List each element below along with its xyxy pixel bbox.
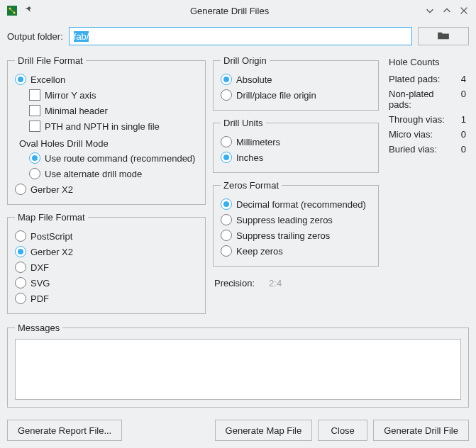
checkbox-icon [29,89,40,101]
radio-icon [221,198,232,210]
radio-label: Gerber X2 [31,247,73,257]
check-mirror-y[interactable]: Mirror Y axis [29,87,198,103]
radio-icon [221,230,232,241]
radio-excellon[interactable]: Excellon [15,72,198,87]
folder-icon [437,30,450,43]
radio-icon [29,152,40,164]
hc-label: Micro vias: [389,129,433,140]
radio-alternate-drill[interactable]: Use alternate drill mode [29,166,198,181]
generate-report-button[interactable]: Generate Report File... [7,420,122,441]
check-pth-npth[interactable]: PTH and NPTH in single file [29,118,198,134]
drill-units-legend: Drill Units [221,118,266,128]
radio-svg[interactable]: SVG [15,275,198,291]
map-file-format-legend: Map File Format [15,212,88,223]
radio-place-origin[interactable]: Drill/place file origin [221,87,371,103]
precision-row: Precision: 2:4 [213,274,379,289]
window-title: Generate Drill Files [190,6,269,16]
close-icon[interactable] [458,4,470,17]
hc-value: 4 [453,74,466,84]
browse-button[interactable] [418,27,469,45]
radio-suppress-leading[interactable]: Suppress leading zeros [221,212,371,228]
radio-icon [15,246,26,257]
hc-value: 0 [453,129,466,140]
radio-label: Gerber X2 [31,184,73,195]
radio-label: Millimeters [236,137,280,147]
precision-label: Precision: [214,278,255,289]
check-minimal-header[interactable]: Minimal header [29,103,198,118]
hc-label: Buried vias: [389,144,437,155]
button-label: Generate Report File... [18,425,111,436]
radio-suppress-trailing[interactable]: Suppress trailing zeros [221,228,371,243]
hc-label: Through vias: [389,114,445,125]
radio-icon [221,245,232,257]
radio-label: Decimal format (recommended) [236,199,366,210]
drill-origin-group: Drill Origin Absolute Drill/place file o… [213,55,379,111]
radio-inches[interactable]: Inches [221,150,371,165]
radio-gerber-x2-map[interactable]: Gerber X2 [15,244,198,259]
radio-label: PDF [31,293,49,304]
map-file-format-group: Map File Format PostScript Gerber X2 DXF… [7,212,206,314]
hole-count-buried: Buried vias: 0 [389,142,466,157]
radio-icon [221,214,232,225]
output-folder-label: Output folder: [7,31,63,42]
radio-icon [221,74,232,85]
radio-label: Absolute [236,74,272,85]
precision-value: 2:4 [269,278,282,289]
drill-file-format-group: Drill File Format Excellon Mirror Y axis… [7,55,206,205]
drill-file-format-legend: Drill File Format [15,55,86,66]
radio-icon [15,74,26,85]
generate-drill-button[interactable]: Generate Drill File [373,420,469,441]
radio-label: PostScript [31,231,72,242]
hc-value: 1 [453,114,466,125]
radio-icon [221,89,232,101]
radio-absolute[interactable]: Absolute [221,72,371,87]
messages-textarea[interactable] [15,339,461,400]
radio-icon [221,136,232,147]
radio-label: Excellon [31,74,65,85]
radio-label: DXF [31,262,49,273]
radio-keep-zeros[interactable]: Keep zeros [221,243,371,259]
zeros-format-legend: Zeros Format [221,180,282,191]
hole-count-plated: Plated pads: 4 [389,72,466,86]
hole-counts-legend: Hole Counts [389,57,466,67]
hole-count-nonplated: Non-plated pads: 0 [389,86,466,112]
radio-label: Suppress leading zeros [236,215,333,225]
dialog-button-row: Generate Report File... Generate Map Fil… [0,413,476,448]
generate-map-button[interactable]: Generate Map File [215,420,313,441]
radio-gerber-x2-drill[interactable]: Gerber X2 [15,181,198,197]
maximize-icon[interactable] [441,4,453,17]
radio-pdf[interactable]: PDF [15,291,198,306]
titlebar: Generate Drill Files [0,0,476,21]
close-button[interactable]: Close [318,420,367,441]
radio-icon [15,293,26,304]
hc-value: 0 [454,89,466,110]
minimize-icon[interactable] [424,4,436,17]
radio-label: Use route command (recommended) [45,153,195,164]
radio-route-command[interactable]: Use route command (recommended) [29,150,198,166]
output-folder-input[interactable] [69,27,412,45]
output-folder-row: Output folder: [7,27,469,45]
pin-icon[interactable] [23,4,35,17]
radio-dxf[interactable]: DXF [15,259,198,275]
radio-label: Inches [236,152,263,163]
messages-legend: Messages [15,323,62,333]
hc-label: Non-plated pads: [389,89,454,110]
drill-units-group: Drill Units Millimeters Inches [213,118,379,173]
hole-count-through: Through vias: 1 [389,112,466,127]
radio-millimeters[interactable]: Millimeters [221,134,371,150]
checkbox-icon [29,121,40,132]
button-label: Close [331,425,355,436]
radio-decimal[interactable]: Decimal format (recommended) [221,196,371,212]
check-label: PTH and NPTH in single file [45,121,160,132]
hole-counts-group: Hole Counts Plated pads: 4 Non-plated pa… [386,55,469,157]
hole-count-micro: Micro vias: 0 [389,127,466,142]
radio-icon [15,230,26,242]
checkbox-icon [29,105,40,116]
radio-label: Use alternate drill mode [45,169,142,179]
radio-label: Keep zeros [236,246,283,257]
drill-origin-legend: Drill Origin [221,55,270,66]
radio-postscript[interactable]: PostScript [15,228,198,244]
oval-holes-label: Oval Holes Drill Mode [19,138,198,149]
radio-icon [15,262,26,273]
messages-group: Messages [7,323,469,408]
